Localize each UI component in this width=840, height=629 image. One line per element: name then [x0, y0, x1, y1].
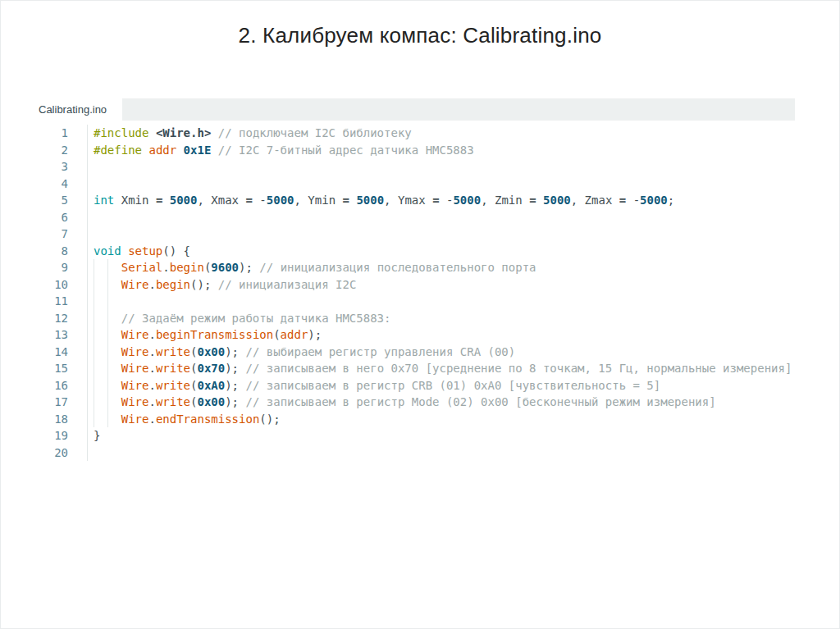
- code-text: }: [87, 427, 795, 444]
- code-token: -: [440, 194, 454, 207]
- code-line[interactable]: 11: [39, 293, 795, 310]
- code-text: #include <Wire.h> // подключаем I2C библ…: [87, 125, 795, 142]
- code-token: ;: [668, 194, 674, 207]
- indent-guide: [107, 276, 108, 294]
- code-token: =: [245, 194, 252, 207]
- code-token: int: [94, 194, 114, 207]
- code-token: =: [343, 194, 349, 207]
- code-text: int Xmin = 5000, Xmax = -5000, Ymin = 50…: [87, 192, 795, 209]
- code-editor: Calibrating.ino 1#include <Wire.h> // по…: [39, 98, 795, 461]
- line-number: 3: [39, 158, 68, 175]
- code-token: Wire: [121, 278, 149, 291]
- code-token: write: [156, 379, 190, 392]
- indent-guide: [107, 411, 108, 428]
- code-lines[interactable]: 1#include <Wire.h> // подключаем I2C биб…: [39, 125, 795, 461]
- code-token: #define: [94, 144, 142, 157]
- code-token: () {: [162, 244, 190, 258]
- code-token: );: [225, 379, 245, 392]
- line-number: 17: [39, 394, 68, 411]
- code-token: 0xA0: [197, 379, 225, 392]
- code-token: // выбираем регистр управления CRA (00): [245, 345, 515, 358]
- code-token: [176, 144, 183, 157]
- code-token: .: [148, 412, 155, 426]
- code-token: =: [432, 194, 439, 207]
- line-number: 2: [39, 142, 68, 159]
- indent-guide: [107, 326, 108, 344]
- code-token: );: [225, 395, 245, 408]
- tab-calibrating-ino[interactable]: Calibrating.ino: [39, 98, 122, 121]
- code-line[interactable]: 8void setup() {: [39, 243, 795, 260]
- code-line[interactable]: 9 Serial.begin(9600); // инициализация п…: [39, 259, 795, 276]
- code-token: );: [239, 261, 259, 274]
- code-token: =: [619, 194, 626, 207]
- code-token: #include: [94, 126, 148, 139]
- page-title: 2. Калибруем компас: Calibrating.ino: [1, 23, 839, 48]
- code-token: setup: [128, 244, 162, 258]
- code-token: write: [156, 362, 190, 375]
- code-token: .: [148, 379, 155, 392]
- code-text: Serial.begin(9600); // инициализация пос…: [87, 259, 795, 276]
- code-text: [87, 175, 795, 193]
- code-token: 5000: [543, 194, 571, 207]
- code-token: // I2C 7-битный адрес датчика HMC5883: [218, 144, 474, 157]
- code-token: , Ymin: [294, 194, 343, 207]
- indent-guide: [94, 411, 94, 428]
- code-token: );: [225, 362, 245, 375]
- code-token: // записываем в него 0x70 [усреднение по…: [245, 362, 792, 375]
- code-token: addr: [148, 144, 176, 157]
- code-token: [162, 194, 169, 207]
- code-line[interactable]: 10 Wire.begin(); // инициализация I2C: [39, 276, 795, 294]
- code-token: write: [156, 395, 190, 408]
- line-number: 14: [39, 344, 68, 361]
- indent-guide: [94, 394, 94, 411]
- code-line[interactable]: 7: [39, 226, 795, 243]
- line-number: 10: [39, 276, 68, 294]
- slide: 2. Калибруем компас: Calibrating.ino Cal…: [0, 0, 840, 629]
- code-token: begin: [170, 261, 204, 274]
- indent-guide: [107, 259, 108, 276]
- code-token: Wire: [121, 328, 149, 341]
- code-line[interactable]: 6: [39, 209, 795, 226]
- code-line[interactable]: 3: [39, 158, 795, 175]
- code-line[interactable]: 20: [39, 444, 795, 462]
- line-number: 19: [39, 427, 68, 444]
- code-line[interactable]: 16 Wire.write(0xA0); // записываем в рег…: [39, 377, 795, 394]
- code-token: .: [148, 328, 155, 341]
- code-line[interactable]: 12 // Задаём режим работы датчика HMC588…: [39, 310, 795, 327]
- code-token: , Zmin: [481, 194, 529, 207]
- code-token: Wire: [121, 345, 149, 358]
- code-token: [121, 244, 128, 258]
- code-token: begin: [156, 278, 190, 291]
- tab-bar: Calibrating.ino: [39, 98, 795, 121]
- code-line[interactable]: 4: [39, 175, 795, 193]
- code-token: addr: [281, 328, 308, 341]
- code-line[interactable]: 5int Xmin = 5000, Xmax = -5000, Ymin = 5…: [39, 192, 795, 209]
- indent-guide: [107, 293, 108, 310]
- indent-guide: [94, 377, 94, 394]
- code-line[interactable]: 13 Wire.beginTransmission(addr);: [39, 326, 795, 344]
- code-text: Wire.beginTransmission(addr);: [87, 326, 795, 344]
- code-token: );: [308, 328, 322, 341]
- code-line[interactable]: 15 Wire.write(0x70); // записываем в нег…: [39, 360, 795, 377]
- code-line[interactable]: 18 Wire.endTransmission();: [39, 411, 795, 428]
- code-token: // инициализация последовательного порта: [259, 261, 536, 274]
- code-line[interactable]: 2#define addr 0x1E // I2C 7-битный адрес…: [39, 142, 795, 159]
- code-text: Wire.write(0x70); // записываем в него 0…: [87, 360, 795, 377]
- code-text: Wire.endTransmission();: [87, 411, 795, 428]
- code-token: Xmin: [114, 194, 156, 207]
- code-line[interactable]: 17 Wire.write(0x00); // записываем в рег…: [39, 394, 795, 411]
- code-text: [87, 158, 795, 175]
- code-line[interactable]: 19}: [39, 427, 795, 444]
- indent-guide: [94, 344, 94, 361]
- line-number: 16: [39, 377, 68, 394]
- line-number: 12: [39, 310, 68, 327]
- code-text: [87, 293, 795, 310]
- code-token: // инициализация I2C: [218, 278, 357, 291]
- code-token: .: [148, 362, 155, 375]
- code-line[interactable]: 14 Wire.write(0x00); // выбираем регистр…: [39, 344, 795, 361]
- code-token: ();: [259, 412, 280, 426]
- code-line[interactable]: 1#include <Wire.h> // подключаем I2C биб…: [39, 125, 795, 142]
- code-text: // Задаём режим работы датчика HMC5883:: [87, 310, 795, 327]
- code-text: Wire.begin(); // инициализация I2C: [87, 276, 795, 294]
- code-token: beginTransmission: [156, 328, 273, 341]
